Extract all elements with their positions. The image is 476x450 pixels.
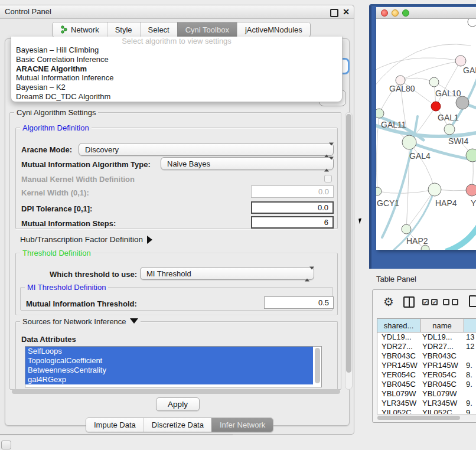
mi-type-select[interactable]: Naive Bayes: [161, 157, 334, 170]
mi-steps-label: Mutual Information Steps:: [21, 219, 116, 228]
cell: YLR345W: [420, 399, 464, 408]
table-row[interactable]: YBL079WYBL079W: [377, 389, 476, 399]
node-gal1-selected[interactable]: [431, 102, 441, 111]
tab-impute-data-label: Impute Data: [94, 420, 136, 429]
cell: [464, 389, 466, 399]
mi-steps-field[interactable]: 6: [251, 216, 334, 229]
network-window-titlebar: [376, 7, 476, 19]
attribute-item[interactable]: TopologicalCoefficient: [25, 356, 313, 366]
select-all-checkbox-icon[interactable]: ✓: [422, 299, 429, 305]
table-rows: YDL19...YDL19...13 YDR27...YDR27...12 YB…: [377, 332, 476, 414]
algorithm-option[interactable]: Bayesian – Hill Climbing: [11, 45, 342, 55]
node-label: GAL11: [381, 120, 406, 129]
cell: 8.: [464, 370, 472, 380]
tab-infer-network[interactable]: Infer Network: [211, 418, 273, 432]
sources-title[interactable]: Sources for Network Inference: [20, 317, 141, 326]
node-salmon[interactable]: [466, 184, 476, 196]
network-icon: [60, 25, 68, 34]
cell: YLR345W: [377, 399, 420, 408]
tab-discretize-data[interactable]: Discretize Data: [144, 418, 211, 432]
node-label: Y: [471, 198, 476, 208]
network-window: GAL GAL80 GAL10 GAL1 GAL11 SWI4 GAL4 GCY…: [376, 7, 476, 250]
algorithm-option[interactable]: Basic Correlation Inference: [11, 55, 342, 64]
tab-jactivemnodules[interactable]: jActiveMNodules: [237, 22, 310, 37]
deselect-checkbox-icon[interactable]: [443, 299, 449, 305]
table-row[interactable]: YBR043CYBR043C: [377, 351, 476, 361]
node-label: SWI4: [448, 136, 468, 146]
node[interactable]: [466, 149, 476, 162]
deselect-checkbox-icon[interactable]: [452, 299, 458, 305]
algorithm-option[interactable]: Mutual Information Inference: [11, 73, 342, 83]
node-hap4[interactable]: [428, 183, 441, 196]
tab-network[interactable]: Network: [53, 22, 107, 37]
tab-style[interactable]: Style: [107, 22, 140, 37]
table-row[interactable]: YER054CYER054C8.: [377, 370, 476, 380]
minimize-window-icon[interactable]: [392, 9, 399, 17]
node[interactable]: [468, 19, 476, 27]
node-gcy1[interactable]: [376, 187, 382, 195]
cell: YDR27...: [420, 342, 464, 351]
column-header-partial[interactable]: A: [464, 319, 476, 332]
column-view-icon[interactable]: [403, 296, 415, 308]
table-row[interactable]: YDR27...YDR27...12: [377, 342, 476, 351]
aracne-mode-select[interactable]: Discovery: [79, 143, 334, 156]
horizontal-scrollbar[interactable]: [12, 389, 340, 394]
table-row[interactable]: YDL19...YDL19...13: [377, 332, 476, 342]
screen: Control Panel ✕ Network Style Select: [0, 0, 476, 450]
hub-definition-expander[interactable]: Hub/Transcription Factor Definition: [20, 235, 152, 244]
table-row[interactable]: YBR045CYBR045C9.: [377, 380, 476, 389]
dpi-tolerance-label: DPI Tolerance [0,1]:: [21, 204, 92, 213]
data-attributes-list[interactable]: SelfLoops TopologicalCoefficient Between…: [25, 346, 322, 387]
tab-impute-data[interactable]: Impute Data: [86, 418, 144, 432]
close-window-icon[interactable]: [381, 9, 388, 17]
node-gal11[interactable]: [376, 109, 384, 118]
table-row[interactable]: YIL052CYIL052C9.: [377, 408, 476, 414]
cell: YBR043C: [377, 351, 420, 361]
which-threshold-value: MI Threshold: [146, 269, 191, 278]
node-gray[interactable]: [456, 96, 469, 109]
cell: YDR27...: [377, 342, 420, 351]
node[interactable]: [421, 245, 429, 250]
tab-jactivemnodules-label: jActiveMNodules: [245, 25, 302, 34]
node-swi4[interactable]: [444, 124, 455, 135]
cell: 9.: [464, 408, 472, 414]
network-canvas[interactable]: GAL GAL80 GAL10 GAL1 GAL11 SWI4 GAL4 GCY…: [376, 19, 476, 250]
close-icon[interactable]: ✕: [343, 7, 350, 17]
kernel-width-field[interactable]: 0.0: [251, 185, 334, 198]
table-row[interactable]: YPR145WYPR145W9.: [377, 361, 476, 370]
table-row[interactable]: YLR345WYLR345W9.: [377, 399, 476, 408]
which-threshold-select[interactable]: MI Threshold: [140, 267, 314, 280]
node-gal10[interactable]: [429, 77, 439, 87]
tab-select[interactable]: Select: [140, 22, 177, 37]
algorithm-option-selected[interactable]: ARACNE Algorithm: [11, 64, 342, 74]
float-panel-icon[interactable]: [330, 9, 338, 17]
column-header-name[interactable]: name: [420, 319, 464, 332]
table-hscroll-thumb[interactable]: [377, 416, 460, 420]
dpi-tolerance-field[interactable]: 0.0: [251, 201, 334, 214]
dpi-tolerance-value: 0.0: [318, 203, 328, 212]
threshold-definition-title: Threshold Definition: [20, 249, 93, 257]
algorithm-option[interactable]: Bayesian – K2: [11, 83, 342, 92]
node-gal4[interactable]: [402, 135, 416, 149]
attribute-item[interactable]: SelfLoops: [25, 347, 313, 356]
list-scrollbar[interactable]: [315, 348, 320, 383]
manual-kernel-checkbox[interactable]: [324, 175, 332, 182]
attribute-item[interactable]: gal4RGexp: [25, 375, 313, 384]
vertical-scrollbar-thumb[interactable]: [346, 114, 351, 373]
panel-bottom-edge: [0, 435, 233, 435]
gear-icon[interactable]: ⚙: [383, 295, 394, 309]
minimized-panel-button[interactable]: [1, 441, 11, 449]
node[interactable]: [455, 56, 466, 66]
vertical-scrollbar[interactable]: [345, 112, 353, 390]
apply-button[interactable]: Apply: [156, 397, 200, 411]
attribute-item[interactable]: BetweennessCentrality: [25, 366, 313, 375]
mi-threshold-field[interactable]: 0.5: [264, 296, 334, 309]
algorithm-option[interactable]: Dream8 DC_TDC Algorithm: [11, 92, 342, 102]
select-all-checkbox-icon[interactable]: ✓: [431, 299, 438, 305]
node-hap2[interactable]: [402, 224, 411, 234]
tab-cyni-toolbox[interactable]: Cyni Toolbox: [177, 22, 237, 37]
column-header-shared-name[interactable]: shared...: [377, 319, 420, 332]
table-horizontal-scrollbar[interactable]: [377, 414, 476, 420]
export-table-icon[interactable]: [469, 295, 476, 307]
zoom-window-icon[interactable]: [402, 9, 409, 17]
